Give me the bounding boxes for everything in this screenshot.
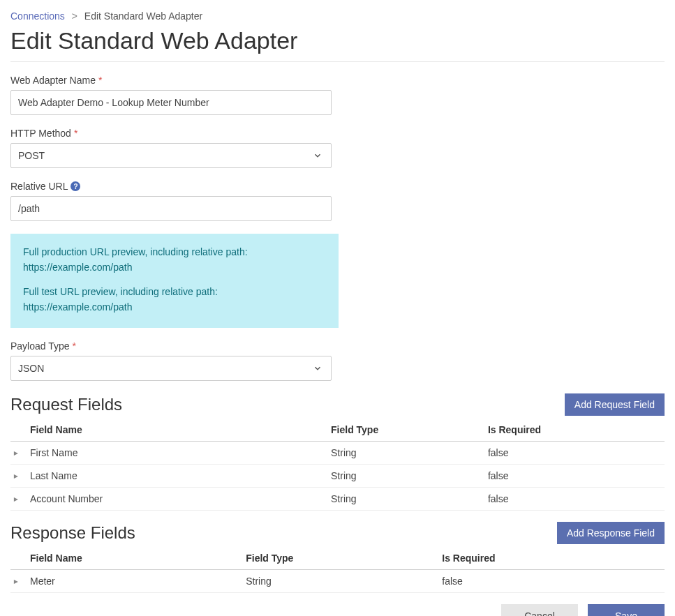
payload-select-value: JSON xyxy=(18,363,44,374)
expand-row-toggle[interactable]: ▾ xyxy=(10,441,27,464)
cell-isrequired: false xyxy=(485,441,665,464)
breadcrumb-current: Edit Standard Web Adapter xyxy=(84,10,202,22)
chevron-right-icon: ▾ xyxy=(10,451,20,456)
name-input[interactable]: Web Adapter Demo - Lookup Meter Number xyxy=(10,90,332,115)
required-asterisk: * xyxy=(74,128,77,139)
request-col-isrequired: Is Required xyxy=(485,419,665,442)
expand-row-toggle[interactable]: ▾ xyxy=(10,464,27,487)
payload-select[interactable]: JSON xyxy=(10,356,332,381)
required-asterisk: * xyxy=(98,75,102,86)
cell-fieldname: Last Name xyxy=(27,464,328,487)
table-row: ▾ Account Number String false xyxy=(10,487,665,510)
preview-test-label: Full test URL preview, including relativ… xyxy=(23,285,326,300)
cell-fieldtype: String xyxy=(328,441,485,464)
expand-row-toggle[interactable]: ▾ xyxy=(10,569,27,592)
table-row: ▾ Meter String false xyxy=(10,569,665,592)
cell-fieldname: Meter xyxy=(27,569,243,592)
expand-row-toggle[interactable]: ▾ xyxy=(10,487,27,510)
response-fields-title: Response Fields xyxy=(10,523,135,543)
add-request-field-button[interactable]: Add Request Field xyxy=(565,393,665,416)
preview-prod-label: Full production URL preview, including r… xyxy=(23,245,326,260)
response-col-isrequired: Is Required xyxy=(439,547,665,570)
chevron-right-icon: ▾ xyxy=(10,580,20,584)
cell-fieldname: First Name xyxy=(27,441,328,464)
name-label-text: Web Adapter Name xyxy=(10,75,96,86)
chevron-down-icon xyxy=(313,151,322,160)
request-col-fieldname: Field Name xyxy=(27,419,328,442)
method-select[interactable]: POST xyxy=(10,143,332,168)
name-label: Web Adapter Name * xyxy=(10,75,665,86)
add-response-field-button[interactable]: Add Response Field xyxy=(557,522,665,544)
request-fields-title: Request Fields xyxy=(10,395,122,414)
payload-label: Payload Type * xyxy=(10,340,665,352)
cell-fieldtype: String xyxy=(328,487,485,510)
cell-isrequired: false xyxy=(485,487,665,510)
name-input-value: Web Adapter Demo - Lookup Meter Number xyxy=(18,97,209,108)
method-label: HTTP Method * xyxy=(10,128,665,139)
url-preview-panel: Full production URL preview, including r… xyxy=(10,234,339,328)
url-label-text: Relative URL xyxy=(10,181,68,192)
help-icon[interactable]: ? xyxy=(71,181,80,191)
required-asterisk: * xyxy=(73,340,76,352)
save-button[interactable]: Save xyxy=(588,604,665,616)
breadcrumb-separator: > xyxy=(72,10,77,22)
preview-prod-url: https://example.com/path xyxy=(23,260,326,276)
url-input-value: /path xyxy=(18,203,40,214)
response-fields-table: Field Name Field Type Is Required ▾ Mete… xyxy=(10,547,665,593)
method-label-text: HTTP Method xyxy=(10,128,71,139)
cell-isrequired: false xyxy=(485,464,665,487)
cell-fieldtype: String xyxy=(243,569,439,592)
request-fields-table: Field Name Field Type Is Required ▾ Firs… xyxy=(10,419,665,511)
title-divider xyxy=(10,61,665,62)
url-label: Relative URL ? xyxy=(10,181,665,192)
method-select-value: POST xyxy=(18,150,45,161)
payload-label-text: Payload Type xyxy=(10,340,70,352)
breadcrumb-connections-link[interactable]: Connections xyxy=(10,10,65,22)
breadcrumb: Connections > Edit Standard Web Adapter xyxy=(10,10,665,22)
chevron-down-icon xyxy=(313,363,322,373)
table-row: ▾ First Name String false xyxy=(10,441,665,464)
preview-test-url: https://example.com/path xyxy=(23,300,326,315)
cell-isrequired: false xyxy=(439,569,665,592)
url-input[interactable]: /path xyxy=(10,196,332,221)
page-title: Edit Standard Web Adapter xyxy=(10,27,665,54)
response-col-fieldname: Field Name xyxy=(27,547,243,570)
cancel-button[interactable]: Cancel xyxy=(501,604,578,616)
cell-fieldname: Account Number xyxy=(27,487,328,510)
request-col-fieldtype: Field Type xyxy=(328,419,485,442)
response-col-fieldtype: Field Type xyxy=(243,547,439,570)
cell-fieldtype: String xyxy=(328,464,485,487)
chevron-right-icon: ▾ xyxy=(10,497,20,502)
chevron-right-icon: ▾ xyxy=(10,474,20,479)
table-row: ▾ Last Name String false xyxy=(10,464,665,487)
